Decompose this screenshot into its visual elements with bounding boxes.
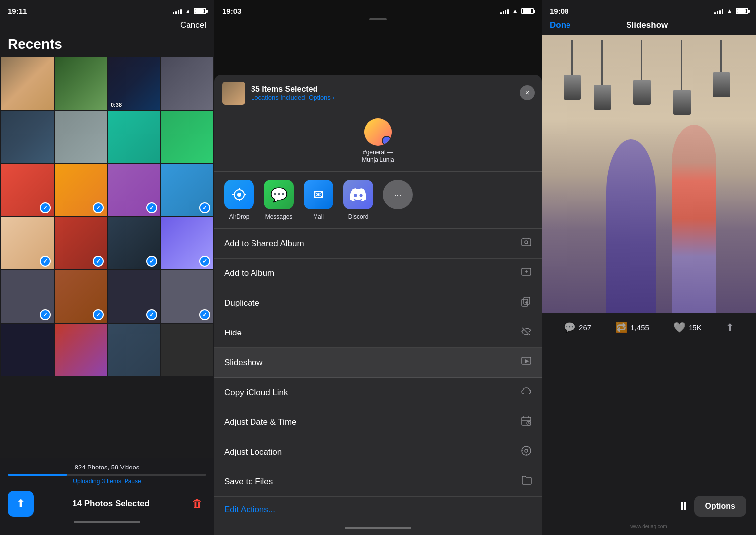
footer-actions: ⬆ 14 Photos Selected 🗑 bbox=[8, 491, 206, 517]
menu-list: Add to Shared Album Add to Album bbox=[214, 229, 542, 523]
check-badge bbox=[199, 256, 210, 267]
slideshow-item[interactable]: Slideshow bbox=[214, 348, 542, 378]
shared-album-icon bbox=[521, 237, 532, 250]
photo-cell[interactable]: 0:38 bbox=[108, 57, 160, 110]
share-sheet: 35 Items Selected Locations Included Opt… bbox=[214, 75, 542, 535]
status-icons-3: ▲ bbox=[714, 7, 748, 15]
save-to-files-item[interactable]: Save to Files bbox=[214, 467, 542, 497]
hide-item[interactable]: Hide bbox=[214, 318, 542, 348]
messages-label: Messages bbox=[265, 213, 293, 220]
duplicate-item[interactable]: Duplicate bbox=[214, 288, 542, 318]
check-badge bbox=[40, 309, 51, 320]
photo-cell[interactable] bbox=[161, 164, 214, 216]
photo-cell[interactable] bbox=[108, 164, 160, 216]
discord-badge bbox=[382, 136, 392, 146]
check-badge bbox=[93, 202, 104, 213]
options-link[interactable]: Options bbox=[309, 94, 331, 101]
time-3: 19:08 bbox=[550, 7, 568, 15]
photos-footer: 824 Photos, 59 Videos Uploading 3 Items … bbox=[0, 458, 214, 535]
slideshow-icon bbox=[521, 356, 532, 369]
svg-marker-8 bbox=[525, 360, 528, 363]
done-button[interactable]: Done bbox=[550, 20, 571, 30]
share-up-icon: ⬆ bbox=[726, 321, 734, 333]
photo-cell[interactable] bbox=[1, 111, 54, 163]
photo-cell[interactable] bbox=[1, 164, 54, 216]
airdrop-app[interactable]: AirDrop bbox=[224, 180, 254, 220]
slideshow-image bbox=[542, 35, 756, 313]
discord-app[interactable]: Discord bbox=[343, 180, 373, 220]
contact-item[interactable]: #general — Munja Lunja bbox=[222, 118, 534, 164]
pause-icon: ⏸ bbox=[678, 499, 690, 513]
pause-button[interactable]: ⏸ bbox=[673, 495, 694, 517]
battery-icon bbox=[194, 8, 206, 14]
svg-rect-2 bbox=[522, 239, 531, 246]
signal-icon bbox=[173, 8, 182, 14]
check-badge bbox=[199, 202, 210, 213]
share-sheet-info: 35 Items Selected Locations Included Opt… bbox=[251, 85, 335, 101]
photo-cell[interactable] bbox=[55, 324, 107, 377]
check-badge bbox=[93, 309, 104, 320]
adjust-date-item[interactable]: Adjust Date & Time bbox=[214, 407, 542, 437]
messages-app[interactable]: 💬 Messages bbox=[264, 180, 294, 220]
photo-cell[interactable] bbox=[55, 164, 107, 216]
add-shared-album-item[interactable]: Add to Shared Album bbox=[214, 229, 542, 259]
social-stats: 💬 267 🔁 1,455 🤍 15K ⬆ bbox=[542, 313, 756, 341]
slideshow-label: Slideshow bbox=[224, 358, 263, 368]
options-button[interactable]: Options bbox=[694, 496, 746, 517]
photo-cell[interactable] bbox=[1, 324, 54, 377]
photo-cell[interactable] bbox=[55, 217, 107, 270]
photo-cell[interactable] bbox=[108, 324, 160, 377]
share-button[interactable]: ⬆ bbox=[8, 491, 34, 517]
contact-avatar bbox=[364, 118, 392, 146]
check-badge bbox=[146, 309, 157, 320]
home-indicator-2 bbox=[345, 527, 411, 529]
retweet-icon: 🔁 bbox=[615, 321, 628, 333]
photo-cell[interactable] bbox=[1, 217, 54, 270]
delete-button[interactable]: 🗑 bbox=[189, 495, 206, 513]
apps-row: AirDrop 💬 Messages ✉ Mail bbox=[214, 172, 542, 229]
edit-actions-label: Edit Actions... bbox=[224, 505, 275, 515]
cancel-button[interactable]: Cancel bbox=[180, 20, 206, 30]
svg-point-12 bbox=[525, 449, 528, 452]
edit-actions-item[interactable]: Edit Actions... bbox=[214, 497, 542, 523]
upload-bar-fill bbox=[8, 474, 67, 476]
photo-cell[interactable] bbox=[1, 270, 54, 323]
copy-icloud-label: Copy iCloud Link bbox=[224, 388, 288, 398]
photo-cell[interactable] bbox=[108, 111, 160, 163]
copy-icloud-item[interactable]: Copy iCloud Link bbox=[214, 378, 542, 407]
adjust-location-item[interactable]: Adjust Location bbox=[214, 437, 542, 467]
comment-stat: 💬 267 bbox=[564, 321, 591, 333]
signal-icon-3 bbox=[714, 8, 723, 14]
photo-cell[interactable] bbox=[161, 324, 214, 377]
add-album-item[interactable]: Add to Album bbox=[214, 259, 542, 288]
photo-cell[interactable] bbox=[108, 270, 160, 323]
photo-cell[interactable] bbox=[108, 217, 160, 270]
photo-cell[interactable] bbox=[55, 57, 107, 110]
retweet-stat: 🔁 1,455 bbox=[615, 321, 649, 333]
upload-sub: Uploading 3 Items Pause bbox=[8, 478, 206, 485]
mail-app[interactable]: ✉ Mail bbox=[304, 180, 333, 220]
pause-link[interactable]: Pause bbox=[125, 478, 141, 485]
check-badge bbox=[93, 256, 104, 267]
more-icon: ··· bbox=[383, 180, 413, 209]
photo-cell[interactable] bbox=[161, 57, 214, 110]
duplicate-icon bbox=[521, 296, 532, 310]
photo-cell[interactable] bbox=[1, 57, 54, 110]
upload-bar-bg bbox=[8, 474, 206, 476]
add-shared-album-label: Add to Shared Album bbox=[224, 239, 304, 249]
status-bar-2: 19:03 ▲ bbox=[214, 0, 542, 18]
comment-icon: 💬 bbox=[564, 321, 576, 333]
svg-point-1 bbox=[237, 193, 241, 197]
photo-cell[interactable] bbox=[161, 270, 214, 323]
share-stat[interactable]: ⬆ bbox=[726, 321, 734, 333]
photo-cell[interactable] bbox=[161, 217, 214, 270]
photo-cell[interactable] bbox=[55, 111, 107, 163]
slideshow-nav: Done Slideshow bbox=[542, 18, 756, 35]
photo-cell[interactable] bbox=[161, 111, 214, 163]
svg-point-11 bbox=[522, 446, 531, 455]
close-share-button[interactable]: × bbox=[520, 85, 535, 100]
svg-point-3 bbox=[525, 241, 528, 244]
photo-cell[interactable] bbox=[55, 270, 107, 323]
more-app[interactable]: ··· bbox=[383, 180, 413, 220]
drag-handle bbox=[369, 18, 387, 20]
